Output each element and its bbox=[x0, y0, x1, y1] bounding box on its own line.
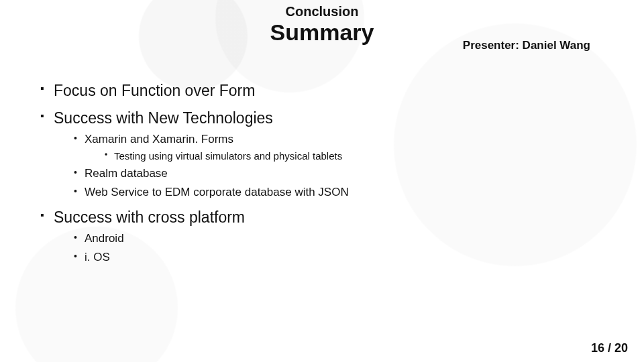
bullet-text: i. OS bbox=[85, 251, 110, 263]
bullet-text: Android bbox=[85, 232, 124, 245]
bullet-lvl2: Web Service to EDM corporate database wi… bbox=[74, 186, 604, 199]
page-total: 20 bbox=[614, 341, 628, 355]
presenter-label: Presenter: Daniel Wang bbox=[463, 39, 590, 52]
bullet-text: Web Service to EDM corporate database wi… bbox=[85, 186, 349, 198]
bullet-text: Success with New Technologies bbox=[54, 109, 273, 127]
body-content: Focus on Function over Form Success with… bbox=[40, 72, 604, 271]
bullet-text: Success with cross platform bbox=[54, 208, 245, 226]
bullet-lvl1: Success with New Technologies Xamarin an… bbox=[40, 109, 604, 199]
bullet-sublist: Android i. OS bbox=[54, 232, 604, 264]
bullet-lvl2: i. OS bbox=[74, 251, 604, 264]
bullet-text: Xamarin and Xamarin. Forms bbox=[85, 133, 233, 145]
slide: Conclusion Summary Presenter: Daniel Wan… bbox=[0, 0, 644, 362]
bullet-lvl1: Focus on Function over Form bbox=[40, 82, 604, 100]
page-current: 16 bbox=[591, 341, 604, 355]
supertitle: Conclusion bbox=[0, 4, 644, 19]
bullet-list: Focus on Function over Form Success with… bbox=[40, 82, 604, 264]
bullet-lvl2: Android bbox=[74, 232, 604, 245]
page-number: 16 / 20 bbox=[591, 341, 628, 355]
bullet-lvl3: Testing using virtual simulators and phy… bbox=[105, 150, 604, 162]
bullet-lvl1: Success with cross platform Android i. O… bbox=[40, 208, 604, 264]
bullet-lvl2: Xamarin and Xamarin. Forms Testing using… bbox=[74, 133, 604, 162]
bullet-text: Focus on Function over Form bbox=[54, 82, 255, 99]
bullet-sublist: Xamarin and Xamarin. Forms Testing using… bbox=[54, 133, 604, 199]
bullet-text: Realm database bbox=[85, 167, 168, 180]
bullet-sublist: Testing using virtual simulators and phy… bbox=[85, 150, 604, 162]
bullet-text: Testing using virtual simulators and phy… bbox=[114, 150, 342, 162]
bullet-lvl2: Realm database bbox=[74, 167, 604, 180]
page-sep: / bbox=[604, 341, 614, 355]
